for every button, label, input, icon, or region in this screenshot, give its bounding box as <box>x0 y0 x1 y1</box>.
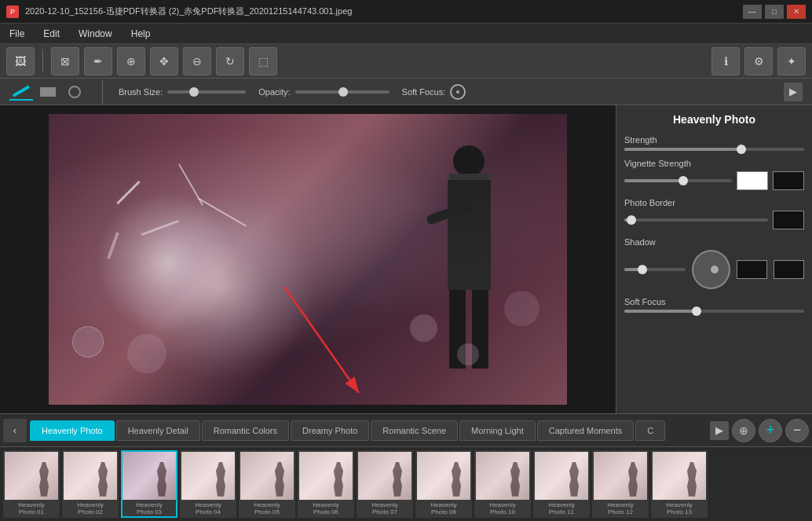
thumb-item-06[interactable]: HeavenlyPhoto 06 <box>298 450 354 518</box>
thumb-img-11 <box>535 452 588 500</box>
move-tool-button[interactable]: ✥ <box>150 47 178 75</box>
remove-tab-button[interactable]: − <box>785 419 809 442</box>
thumb-item-04[interactable]: HeavenlyPhoto 04 <box>180 450 236 518</box>
thumb-item-10[interactable]: HeavenlyPhoto 10 <box>474 450 531 518</box>
clone-brush-button[interactable] <box>63 83 86 101</box>
rotate-button[interactable]: ↻ <box>216 47 244 75</box>
settings-button[interactable]: ⚙ <box>744 47 773 75</box>
brush-size-slider[interactable] <box>167 90 246 94</box>
canvas-image <box>49 114 567 405</box>
menu-edit[interactable]: Edit <box>40 27 63 41</box>
share-action-button[interactable]: ⊕ <box>732 419 755 442</box>
thumb-img-13 <box>653 452 706 500</box>
tabs-prev-button[interactable]: ‹ <box>3 419 27 442</box>
vignette-white-swatch[interactable] <box>737 171 768 190</box>
thumb-item-03[interactable]: HeavenlyPhoto 03 <box>121 450 177 518</box>
tab-romantic-colors[interactable]: Romantic Colors <box>202 420 289 441</box>
soft-focus-control: Soft Focus: <box>402 84 466 100</box>
soft-focus-thumb[interactable] <box>692 306 701 316</box>
close-button[interactable]: ✕ <box>787 5 806 19</box>
menu-window[interactable]: Window <box>75 27 115 41</box>
opacity-label: Opacity: <box>258 87 290 97</box>
soft-focus-param: Soft Focus <box>624 297 804 313</box>
thumb-person-11 <box>566 462 582 497</box>
brush-size-label: Brush Size: <box>119 87 163 97</box>
shadow-black-swatch[interactable] <box>737 260 767 279</box>
thumb-person-10 <box>507 462 523 497</box>
zoom-in-button[interactable]: ⊕ <box>117 47 145 75</box>
vignette-black-swatch[interactable] <box>773 171 804 190</box>
strength-label: Strength <box>624 135 804 145</box>
thumb-item-11[interactable]: HeavenlyPhoto 11 <box>533 450 590 518</box>
border-controls <box>624 211 804 229</box>
tabs-next-arrow[interactable]: ▶ <box>710 421 729 440</box>
shadow-direction-dot <box>711 266 719 273</box>
thumb-img-02 <box>64 452 117 500</box>
pen-tool-button[interactable]: ✒ <box>84 47 112 75</box>
border-thumb[interactable] <box>627 215 636 225</box>
menu-file[interactable]: File <box>6 27 27 41</box>
thumb-img-07 <box>358 452 411 500</box>
opacity-slider[interactable] <box>295 90 390 94</box>
maximize-button[interactable]: □ <box>765 5 784 19</box>
tab-heavenly-photo[interactable]: Heavenly Photo <box>30 420 115 441</box>
bokeh5 <box>504 291 540 326</box>
thumb-label-04: HeavenlyPhoto 04 <box>193 501 222 516</box>
strength-fill <box>624 148 741 151</box>
menu-help[interactable]: Help <box>128 27 154 41</box>
shadow-param: Shadow <box>624 237 804 289</box>
tab-dreamy-photo[interactable]: Dreamy Photo <box>291 420 369 441</box>
soft-focus-slider[interactable] <box>624 310 804 313</box>
frame-tool-button[interactable]: ⬚ <box>249 47 277 75</box>
crop-tool-button[interactable]: ⊠ <box>51 47 79 75</box>
thumb-person-06 <box>331 462 346 497</box>
brush-size-thumb[interactable] <box>189 87 199 97</box>
thumb-img-05 <box>240 452 294 500</box>
thumb-item-12[interactable]: HeavenlyPhoto 12 <box>592 450 649 518</box>
strength-slider[interactable] <box>624 148 804 151</box>
border-black-swatch[interactable] <box>773 211 804 229</box>
photo-tool-button[interactable]: 🖼 <box>6 47 35 75</box>
info-button[interactable]: ℹ <box>711 47 740 75</box>
vignette-slider[interactable] <box>624 179 732 182</box>
effects-button[interactable]: ✦ <box>777 47 806 75</box>
soft-focus-fill <box>624 310 697 313</box>
thumb-label-07: HeavenlyPhoto 07 <box>370 501 399 516</box>
vignette-label: Vignette Strength <box>624 159 804 168</box>
shadow-label: Shadow <box>624 237 804 247</box>
brush-tool-group <box>9 83 86 101</box>
soft-focus-indicator <box>450 84 466 100</box>
thumb-item-08[interactable]: HeavenlyPhoto 08 <box>415 450 472 518</box>
thumb-item-07[interactable]: HeavenlyPhoto 07 <box>357 450 413 518</box>
opacity-thumb[interactable] <box>338 87 348 97</box>
tab-romantic-scene[interactable]: Romantic Scene <box>371 420 458 441</box>
tab-c[interactable]: C <box>635 420 665 441</box>
shadow-slider[interactable] <box>624 268 686 271</box>
tab-captured-moments[interactable]: Captured Moments <box>537 420 635 441</box>
thumb-person-03 <box>154 462 170 497</box>
thumb-item-02[interactable]: HeavenlyPhoto 02 <box>62 450 119 518</box>
shadow-direction-wheel[interactable] <box>692 250 730 289</box>
brush-bar: Brush Size: Opacity: Soft Focus: ▶ <box>0 79 812 105</box>
eraser-brush-button[interactable] <box>36 83 60 101</box>
thumb-label-08: HeavenlyPhoto 08 <box>429 501 458 516</box>
tab-morning-light[interactable]: Morning Light <box>459 420 536 441</box>
thumb-label-13: HeavenlyPhoto 13 <box>664 501 693 516</box>
thumb-item-05[interactable]: HeavenlyPhoto 05 <box>239 450 295 518</box>
add-tab-button[interactable]: + <box>759 419 782 442</box>
thumb-item-13[interactable]: HeavenlyPhoto 13 <box>651 450 708 518</box>
shadow-black-swatch2[interactable] <box>774 260 804 279</box>
vignette-thumb[interactable] <box>678 176 688 185</box>
thumb-item-01[interactable]: HeavenlyPhoto 01 <box>3 450 60 518</box>
thumb-img-03 <box>123 452 176 500</box>
minimize-button[interactable]: — <box>743 5 762 19</box>
shadow-thumb[interactable] <box>638 265 647 274</box>
tab-heavenly-detail[interactable]: Heavenly Detail <box>116 420 200 441</box>
thumbnail-bar: HeavenlyPhoto 01 HeavenlyPhoto 02 Heaven… <box>0 446 812 521</box>
strength-thumb[interactable] <box>737 145 746 154</box>
soft-focus-label: Soft Focus: <box>402 87 446 97</box>
border-slider[interactable] <box>624 218 768 222</box>
zoom-out-button[interactable]: ⊖ <box>183 47 211 75</box>
expand-arrow-button[interactable]: ▶ <box>784 83 803 101</box>
paint-brush-button[interactable] <box>9 83 33 101</box>
